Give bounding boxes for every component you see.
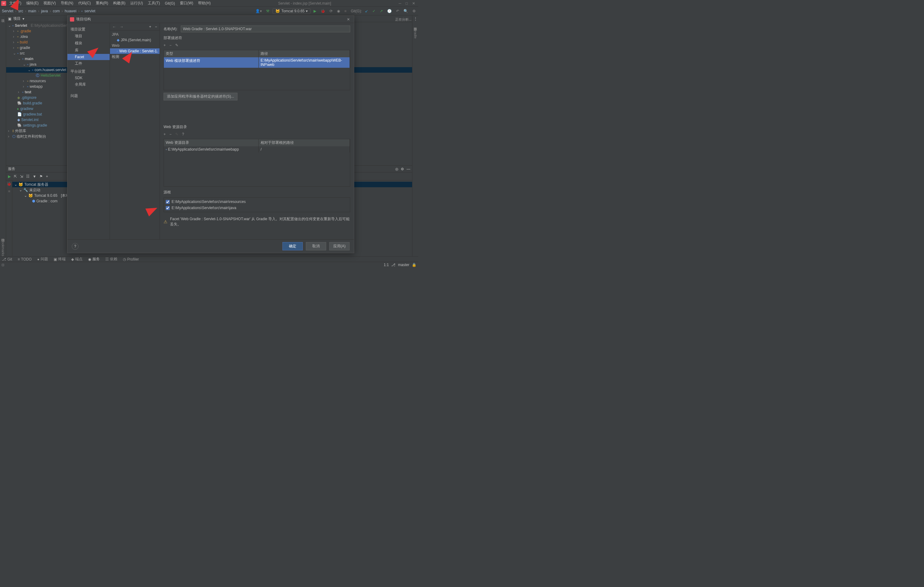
close-icon[interactable]: ✕ bbox=[345, 16, 351, 23]
nav-facet[interactable]: Facet bbox=[68, 54, 110, 60]
minimize-icon[interactable]: — bbox=[407, 167, 410, 171]
add-icon[interactable]: + bbox=[163, 132, 166, 137]
back-icon[interactable]: ← bbox=[112, 25, 116, 29]
build-icon[interactable]: ⚒ bbox=[265, 8, 271, 14]
table-row[interactable]: ▫ E:\MyApplications\Servlet\src\main\web… bbox=[164, 146, 350, 152]
checkbox[interactable] bbox=[166, 206, 170, 210]
menu-code[interactable]: 代码(C) bbox=[76, 0, 93, 7]
crumb[interactable]: servlet bbox=[84, 9, 95, 13]
branch-icon[interactable]: ⎇ bbox=[391, 263, 396, 267]
search-icon[interactable]: 🔍 bbox=[402, 8, 409, 14]
nav-global[interactable]: 全局库 bbox=[68, 81, 110, 88]
tab-terminal[interactable]: ▣终端 bbox=[54, 257, 66, 262]
nav-artifacts[interactable]: 工件 bbox=[68, 60, 110, 67]
coverage-icon[interactable]: ⟳ bbox=[328, 8, 334, 14]
cancel-button[interactable]: 取消 bbox=[306, 242, 326, 251]
branch-name[interactable]: master bbox=[398, 263, 409, 267]
git-push-icon[interactable]: ↗ bbox=[378, 8, 384, 14]
lock-icon[interactable]: 🔒 bbox=[412, 263, 416, 267]
tree-node[interactable]: Web bbox=[110, 43, 160, 48]
src-root-item[interactable]: E:\MyApplications\Servlet\src\main\java bbox=[166, 206, 348, 210]
menu-run[interactable]: 运行(U) bbox=[129, 0, 145, 7]
git-commit-icon[interactable]: ✓ bbox=[371, 8, 377, 14]
settings-icon[interactable]: ⚙ bbox=[411, 8, 417, 14]
user-icon[interactable]: 👤▾ bbox=[254, 8, 263, 14]
menu-file[interactable]: 文件(F) bbox=[7, 0, 23, 7]
tab-todo[interactable]: ≡TODO bbox=[18, 257, 31, 262]
maximize-icon[interactable]: □ bbox=[406, 1, 408, 5]
crumb[interactable]: Servlet bbox=[2, 9, 13, 13]
nav-modules[interactable]: 模块 bbox=[68, 40, 110, 47]
status-icon[interactable]: □ bbox=[2, 263, 4, 267]
menu-refactor[interactable]: 重构(R) bbox=[94, 0, 110, 7]
table-row[interactable]: Web 模块部署描述符 E:\MyApplications\Servlet\sr… bbox=[164, 57, 350, 68]
tab-services[interactable]: ◉服务 bbox=[88, 257, 100, 262]
git-update-icon[interactable]: ↙ bbox=[364, 8, 369, 14]
name-input[interactable]: Web Gradle : Servlet-1.0-SNAPSHOT.war bbox=[181, 26, 350, 32]
menu-view[interactable]: 视图(V) bbox=[41, 0, 58, 7]
menu-build[interactable]: 构建(B) bbox=[111, 0, 127, 7]
tab-endpoints[interactable]: ◆端点 bbox=[71, 257, 82, 262]
remove-icon[interactable]: − bbox=[169, 43, 172, 48]
tab-profiler[interactable]: ◷Profiler bbox=[123, 257, 139, 262]
tree-node[interactable]: JPA bbox=[110, 32, 160, 37]
forward-icon[interactable]: → bbox=[120, 25, 124, 29]
edit-icon[interactable]: ✎ bbox=[175, 43, 178, 48]
crumb[interactable]: main bbox=[28, 9, 36, 13]
filter-icon[interactable]: ▼ bbox=[33, 174, 36, 179]
tree-node[interactable]: ▫Web Gradle : Servlet-1. bbox=[110, 48, 160, 54]
stop-icon[interactable]: ■ bbox=[343, 8, 348, 14]
menu-git[interactable]: Git(G) bbox=[163, 1, 177, 6]
nav-project[interactable]: 项目 bbox=[68, 33, 110, 40]
help-icon[interactable]: ? bbox=[182, 132, 184, 137]
crumb[interactable]: com bbox=[53, 9, 60, 13]
stripe-gradle[interactable]: Gradle bbox=[414, 28, 417, 38]
menu-help[interactable]: 帮助(H) bbox=[196, 0, 213, 7]
apply-button[interactable]: 应用(A) bbox=[329, 242, 350, 251]
target-icon[interactable]: ◎ bbox=[395, 167, 398, 171]
minimize-icon[interactable]: ─ bbox=[399, 1, 401, 5]
menu-window[interactable]: 窗口(W) bbox=[178, 0, 195, 7]
debug-icon[interactable]: 🐞 bbox=[319, 8, 327, 14]
stripe-bookmarks[interactable]: Bookmarks bbox=[1, 239, 5, 256]
ok-button[interactable]: 确定 bbox=[282, 242, 303, 251]
help-button[interactable]: ? bbox=[72, 243, 79, 250]
add-icon[interactable]: + bbox=[149, 25, 151, 29]
menu-navigate[interactable]: 导航(N) bbox=[59, 0, 75, 7]
add-icon[interactable]: + bbox=[163, 43, 166, 48]
tree-icon[interactable]: ☷ bbox=[26, 174, 30, 179]
add-descriptor-button[interactable]: 添加应用程序和服务器特定的描述符(S)... bbox=[163, 93, 238, 101]
remove-icon[interactable]: − bbox=[169, 132, 172, 137]
debug-icon[interactable]: 🐞 bbox=[7, 182, 12, 186]
nav-sdk[interactable]: SDK bbox=[68, 75, 110, 81]
git-rollback-icon[interactable]: ↶ bbox=[395, 8, 400, 14]
git-history-icon[interactable]: 🕘 bbox=[386, 8, 393, 14]
collapse-icon[interactable]: ⇲ bbox=[20, 174, 23, 179]
crumb[interactable]: huawei bbox=[65, 9, 76, 13]
nav-problems[interactable]: 问题 bbox=[68, 92, 110, 99]
more-icon[interactable]: ⋮ bbox=[414, 16, 417, 21]
menu-tools[interactable]: 工具(T) bbox=[146, 0, 162, 7]
expand-icon[interactable]: ⇱ bbox=[14, 174, 17, 179]
edit-icon[interactable]: ✎ bbox=[175, 132, 178, 137]
close-icon[interactable]: ✕ bbox=[412, 1, 415, 5]
tree-node[interactable]: ◆JPA (Servlet.main) bbox=[110, 37, 160, 43]
flag-icon[interactable]: ⚑ bbox=[40, 174, 43, 179]
chevron-down-icon[interactable]: ▾ bbox=[23, 16, 24, 21]
add-icon[interactable]: + bbox=[46, 174, 48, 179]
nav-libs[interactable]: 库 bbox=[68, 47, 110, 54]
crumb[interactable]: java bbox=[41, 9, 48, 13]
tree-node[interactable]: 检测 bbox=[110, 54, 160, 59]
checkbox[interactable] bbox=[166, 200, 170, 204]
run-icon[interactable]: ▶ bbox=[8, 174, 11, 179]
src-root-item[interactable]: E:\MyApplications\Servlet\src\main\resou… bbox=[166, 200, 348, 204]
tab-deps[interactable]: ☷依赖 bbox=[106, 257, 117, 262]
remove-icon[interactable]: − bbox=[155, 25, 157, 29]
settings-icon[interactable]: ⚙ bbox=[401, 167, 404, 171]
profiler-icon[interactable]: ◉ bbox=[336, 8, 341, 14]
menu-edit[interactable]: 编辑(E) bbox=[24, 0, 40, 7]
tab-git[interactable]: ⎇Git bbox=[2, 257, 12, 262]
run-icon[interactable]: ▶ bbox=[312, 8, 318, 14]
run-configuration[interactable]: 🐱 Tomcat 9.0.65 ▾ bbox=[272, 8, 310, 14]
crumb[interactable]: src bbox=[18, 9, 23, 13]
